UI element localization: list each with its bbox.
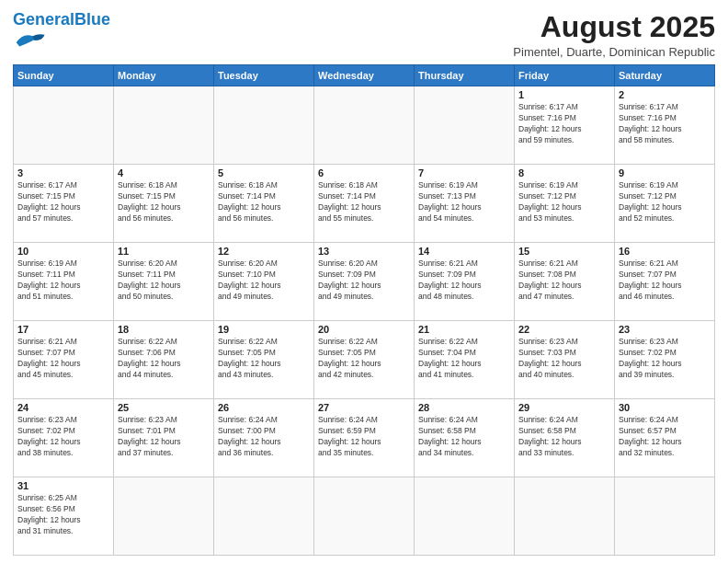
day-number: 15: [518, 246, 610, 257]
calendar-week-row: 1Sunrise: 6:17 AM Sunset: 7:16 PM Daylig…: [14, 86, 715, 165]
table-row: 12Sunrise: 6:20 AM Sunset: 7:10 PM Dayli…: [214, 243, 314, 321]
table-row: 11Sunrise: 6:20 AM Sunset: 7:11 PM Dayli…: [114, 243, 214, 321]
day-info: Sunrise: 6:23 AM Sunset: 7:02 PM Dayligh…: [619, 337, 711, 381]
day-number: 12: [218, 246, 310, 257]
day-info: Sunrise: 6:24 AM Sunset: 7:00 PM Dayligh…: [218, 415, 310, 459]
table-row: 31Sunrise: 6:25 AM Sunset: 6:56 PM Dayli…: [14, 477, 114, 556]
day-info: Sunrise: 6:20 AM Sunset: 7:10 PM Dayligh…: [218, 259, 310, 303]
logo: GeneralBlue: [13, 11, 110, 48]
day-info: Sunrise: 6:17 AM Sunset: 7:16 PM Dayligh…: [619, 102, 711, 146]
col-saturday: Saturday: [615, 65, 715, 86]
day-info: Sunrise: 6:20 AM Sunset: 7:09 PM Dayligh…: [318, 259, 410, 303]
month-title: August 2025: [513, 11, 715, 43]
calendar-week-row: 24Sunrise: 6:23 AM Sunset: 7:02 PM Dayli…: [14, 399, 715, 477]
calendar-header-row: Sunday Monday Tuesday Wednesday Thursday…: [14, 65, 715, 86]
logo-general: General: [13, 10, 74, 29]
day-number: 29: [518, 402, 610, 413]
table-row: 20Sunrise: 6:22 AM Sunset: 7:05 PM Dayli…: [314, 321, 415, 399]
table-row: 9Sunrise: 6:19 AM Sunset: 7:12 PM Daylig…: [615, 165, 715, 243]
table-row: [314, 477, 415, 556]
day-number: 4: [118, 167, 210, 178]
day-info: Sunrise: 6:22 AM Sunset: 7:04 PM Dayligh…: [418, 337, 510, 381]
day-info: Sunrise: 6:17 AM Sunset: 7:15 PM Dayligh…: [17, 180, 109, 224]
day-number: 7: [418, 167, 510, 178]
table-row: [14, 86, 114, 165]
table-row: [114, 86, 214, 165]
day-number: 30: [619, 402, 711, 413]
day-number: 23: [619, 324, 711, 335]
table-row: [214, 86, 314, 165]
table-row: 24Sunrise: 6:23 AM Sunset: 7:02 PM Dayli…: [14, 399, 114, 477]
table-row: 14Sunrise: 6:21 AM Sunset: 7:09 PM Dayli…: [415, 243, 515, 321]
calendar-week-row: 10Sunrise: 6:19 AM Sunset: 7:11 PM Dayli…: [14, 243, 715, 321]
day-number: 1: [518, 89, 610, 100]
day-info: Sunrise: 6:19 AM Sunset: 7:12 PM Dayligh…: [619, 180, 711, 224]
table-row: [515, 477, 615, 556]
col-monday: Monday: [114, 65, 214, 86]
logo-text: GeneralBlue: [13, 11, 110, 28]
day-info: Sunrise: 6:21 AM Sunset: 7:07 PM Dayligh…: [17, 337, 109, 381]
day-info: Sunrise: 6:24 AM Sunset: 6:59 PM Dayligh…: [318, 415, 410, 459]
day-number: 22: [518, 324, 610, 335]
table-row: [615, 477, 715, 556]
table-row: 15Sunrise: 6:21 AM Sunset: 7:08 PM Dayli…: [515, 243, 615, 321]
day-info: Sunrise: 6:19 AM Sunset: 7:13 PM Dayligh…: [418, 180, 510, 224]
table-row: 18Sunrise: 6:22 AM Sunset: 7:06 PM Dayli…: [114, 321, 214, 399]
day-info: Sunrise: 6:22 AM Sunset: 7:05 PM Dayligh…: [218, 337, 310, 381]
logo-bird-icon: [13, 29, 46, 48]
table-row: 4Sunrise: 6:18 AM Sunset: 7:15 PM Daylig…: [114, 165, 214, 243]
table-row: 16Sunrise: 6:21 AM Sunset: 7:07 PM Dayli…: [615, 243, 715, 321]
day-number: 5: [218, 167, 310, 178]
day-number: 13: [318, 246, 410, 257]
day-number: 25: [118, 402, 210, 413]
table-row: 17Sunrise: 6:21 AM Sunset: 7:07 PM Dayli…: [14, 321, 114, 399]
logo-blue: Blue: [74, 10, 110, 29]
day-info: Sunrise: 6:17 AM Sunset: 7:16 PM Dayligh…: [518, 102, 610, 146]
day-info: Sunrise: 6:19 AM Sunset: 7:11 PM Dayligh…: [17, 259, 109, 303]
day-info: Sunrise: 6:24 AM Sunset: 6:58 PM Dayligh…: [418, 415, 510, 459]
title-block: August 2025 Pimentel, Duarte, Dominican …: [513, 11, 715, 59]
location: Pimentel, Duarte, Dominican Republic: [513, 45, 715, 59]
day-number: 27: [318, 402, 410, 413]
day-number: 31: [17, 480, 109, 491]
day-info: Sunrise: 6:18 AM Sunset: 7:15 PM Dayligh…: [118, 180, 210, 224]
day-number: 10: [17, 246, 109, 257]
table-row: 13Sunrise: 6:20 AM Sunset: 7:09 PM Dayli…: [314, 243, 415, 321]
table-row: 25Sunrise: 6:23 AM Sunset: 7:01 PM Dayli…: [114, 399, 214, 477]
page: GeneralBlue August 2025 Pimentel, Duarte…: [0, 0, 728, 563]
calendar-week-row: 17Sunrise: 6:21 AM Sunset: 7:07 PM Dayli…: [14, 321, 715, 399]
day-info: Sunrise: 6:18 AM Sunset: 7:14 PM Dayligh…: [218, 180, 310, 224]
table-row: 7Sunrise: 6:19 AM Sunset: 7:13 PM Daylig…: [415, 165, 515, 243]
table-row: 19Sunrise: 6:22 AM Sunset: 7:05 PM Dayli…: [214, 321, 314, 399]
day-number: 3: [17, 167, 109, 178]
table-row: 10Sunrise: 6:19 AM Sunset: 7:11 PM Dayli…: [14, 243, 114, 321]
day-info: Sunrise: 6:20 AM Sunset: 7:11 PM Dayligh…: [118, 259, 210, 303]
day-number: 20: [318, 324, 410, 335]
day-number: 11: [118, 246, 210, 257]
col-wednesday: Wednesday: [314, 65, 415, 86]
table-row: 27Sunrise: 6:24 AM Sunset: 6:59 PM Dayli…: [314, 399, 415, 477]
day-number: 8: [518, 167, 610, 178]
day-info: Sunrise: 6:23 AM Sunset: 7:03 PM Dayligh…: [518, 337, 610, 381]
table-row: 21Sunrise: 6:22 AM Sunset: 7:04 PM Dayli…: [415, 321, 515, 399]
table-row: [415, 477, 515, 556]
col-tuesday: Tuesday: [214, 65, 314, 86]
col-thursday: Thursday: [415, 65, 515, 86]
day-info: Sunrise: 6:22 AM Sunset: 7:05 PM Dayligh…: [318, 337, 410, 381]
day-info: Sunrise: 6:18 AM Sunset: 7:14 PM Dayligh…: [318, 180, 410, 224]
table-row: 5Sunrise: 6:18 AM Sunset: 7:14 PM Daylig…: [214, 165, 314, 243]
day-number: 2: [619, 89, 711, 100]
table-row: [214, 477, 314, 556]
table-row: 30Sunrise: 6:24 AM Sunset: 6:57 PM Dayli…: [615, 399, 715, 477]
day-info: Sunrise: 6:19 AM Sunset: 7:12 PM Dayligh…: [518, 180, 610, 224]
table-row: 26Sunrise: 6:24 AM Sunset: 7:00 PM Dayli…: [214, 399, 314, 477]
day-info: Sunrise: 6:21 AM Sunset: 7:08 PM Dayligh…: [518, 259, 610, 303]
table-row: 28Sunrise: 6:24 AM Sunset: 6:58 PM Dayli…: [415, 399, 515, 477]
day-number: 21: [418, 324, 510, 335]
day-info: Sunrise: 6:23 AM Sunset: 7:02 PM Dayligh…: [17, 415, 109, 459]
day-number: 18: [118, 324, 210, 335]
col-sunday: Sunday: [14, 65, 114, 86]
header: GeneralBlue August 2025 Pimentel, Duarte…: [13, 11, 715, 59]
day-number: 17: [17, 324, 109, 335]
calendar-table: Sunday Monday Tuesday Wednesday Thursday…: [13, 64, 715, 556]
